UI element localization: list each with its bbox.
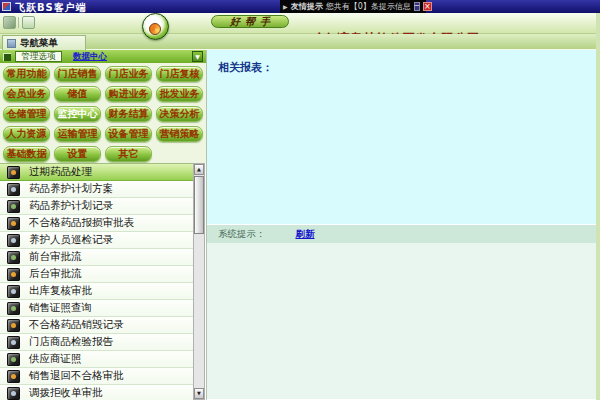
category-button-equipment[interactable]: 设备管理 xyxy=(105,126,152,142)
destruction-record-icon xyxy=(7,319,20,332)
content-panel: 相关报表： 系统提示： 刷新 xyxy=(206,50,596,400)
category-button-settings[interactable]: 设置 xyxy=(54,146,101,162)
band-dropdown-button[interactable]: ▼ xyxy=(192,51,203,62)
inspection-record-icon xyxy=(7,234,20,247)
expired-drug-icon xyxy=(7,166,20,179)
system-message-area xyxy=(207,243,596,399)
menu-item-label: 门店商品检验报告 xyxy=(29,335,113,349)
category-button-warehouse[interactable]: 仓储管理 xyxy=(3,106,50,122)
minimize-button[interactable]: ─ xyxy=(414,2,420,11)
data-center-link[interactable]: 数据中心 xyxy=(73,51,107,63)
menu-item-label: 调拨拒收单审批 xyxy=(29,386,103,400)
loss-report-icon xyxy=(7,217,20,230)
category-button-store-review[interactable]: 门店复核 xyxy=(156,66,203,82)
menu-item[interactable]: 不合格药品销毁记录 xyxy=(0,317,193,334)
refresh-link[interactable]: 刷新 xyxy=(296,228,315,241)
menu-item[interactable]: 供应商证照 xyxy=(0,351,193,368)
category-row: 人力资源 运输管理 设备管理 营销策略 xyxy=(0,123,206,143)
menu-item[interactable]: 过期药品处理 xyxy=(0,164,193,181)
user-tool-icon[interactable] xyxy=(3,16,16,29)
app-window: 飞跃BS客户端 ▶ 友情提示 您共有【0】条提示信息 ─ × olive-sof… xyxy=(0,0,600,400)
scrollbar-thumb[interactable] xyxy=(194,176,204,234)
category-button-marketing[interactable]: 营销策略 xyxy=(156,126,203,142)
manage-options-button[interactable]: 管理选项 xyxy=(15,51,62,62)
tab-navigation-menu[interactable]: 导航菜单 xyxy=(2,35,86,50)
supplier-license-icon xyxy=(7,353,20,366)
inspection-report-icon xyxy=(7,336,20,349)
tips-label[interactable]: 友情提示 xyxy=(291,1,323,12)
notification-area: ▶ 友情提示 您共有【0】条提示信息 ─ × xyxy=(280,0,426,13)
nav-tab-label: 导航菜单 xyxy=(20,37,58,50)
outbound-review-icon xyxy=(7,285,20,298)
category-button-decision[interactable]: 决策分析 xyxy=(156,106,203,122)
category-button-purchase[interactable]: 购进业务 xyxy=(105,86,152,102)
toolbar-divider xyxy=(18,17,19,28)
related-reports-label: 相关报表： xyxy=(218,61,273,74)
tips-message: 您共有【0】条提示信息 xyxy=(326,1,411,12)
title-bar: 飞跃BS客户端 ▶ 友情提示 您共有【0】条提示信息 ─ × xyxy=(0,0,600,13)
category-button-monitoring[interactable]: 监控中心 xyxy=(54,106,101,122)
menu-scrollbar[interactable]: ▲ ▼ xyxy=(193,163,205,400)
category-row: 基础数据 设置 其它 xyxy=(0,143,206,163)
menu-item[interactable]: 前台审批流 xyxy=(0,249,193,266)
category-row: 常用功能 门店销售 门店业务 门店复核 xyxy=(0,63,206,83)
category-grid: 常用功能 门店销售 门店业务 门店复核 会员业务 储值 购进业务 批发业务 仓储… xyxy=(0,63,206,163)
category-button-finance[interactable]: 财务结算 xyxy=(105,106,152,122)
menu-item-label: 不合格药品销毁记录 xyxy=(29,318,124,332)
maintenance-plan-icon xyxy=(7,183,20,196)
maintenance-record-icon xyxy=(7,200,20,213)
brand-logo-icon xyxy=(142,13,169,40)
brand-name-badge: 好帮手 xyxy=(211,15,289,28)
menu-item[interactable]: 后台审批流 xyxy=(0,266,193,283)
category-row: 会员业务 储值 购进业务 批发业务 xyxy=(0,83,206,103)
nav-tab-icon xyxy=(7,39,16,48)
options-band: 管理选项 数据中心 ▼ xyxy=(0,50,206,63)
category-button-hr[interactable]: 人力资源 xyxy=(3,126,50,142)
back-approval-icon xyxy=(7,268,20,281)
menu-item[interactable]: 药品养护计划方案 xyxy=(0,181,193,198)
header-bar: olive-software.com 哈尔滨奥林软件开发有限公司 xyxy=(0,13,600,34)
close-button[interactable]: × xyxy=(423,2,432,11)
menu-item-label: 养护人员巡检记录 xyxy=(29,233,113,247)
category-button-member[interactable]: 会员业务 xyxy=(3,86,50,102)
menu-item[interactable]: 销售退回不合格审批 xyxy=(0,368,193,385)
menu-item[interactable]: 出库复核审批 xyxy=(0,283,193,300)
category-button-stored-value[interactable]: 储值 xyxy=(54,86,101,102)
category-button-store-sales[interactable]: 门店销售 xyxy=(54,66,101,82)
window-tool-icon[interactable] xyxy=(22,16,35,29)
menu-item-label: 供应商证照 xyxy=(29,352,82,366)
menu-item-label: 销售退回不合格审批 xyxy=(29,369,124,383)
license-query-icon xyxy=(7,302,20,315)
menu-item[interactable]: 养护人员巡检记录 xyxy=(0,232,193,249)
menu-item[interactable]: 药品养护计划记录 xyxy=(0,198,193,215)
scroll-down-icon[interactable]: ▼ xyxy=(194,388,204,399)
window-right-border xyxy=(596,13,600,400)
sales-return-icon xyxy=(7,370,20,383)
front-approval-icon xyxy=(7,251,20,264)
category-button-common[interactable]: 常用功能 xyxy=(3,66,50,82)
menu-item-label: 后台审批流 xyxy=(29,267,82,281)
function-menu-list: 过期药品处理 药品养护计划方案 药品养护计划记录 不合格药品报损审批表 养护人员… xyxy=(0,163,193,400)
category-row: 仓储管理 监控中心 财务结算 决策分析 xyxy=(0,103,206,123)
app-icon xyxy=(2,2,11,11)
category-button-other[interactable]: 其它 xyxy=(105,146,152,162)
menu-item-label: 前台审批流 xyxy=(29,250,82,264)
menu-item[interactable]: 门店商品检验报告 xyxy=(0,334,193,351)
tab-strip: 导航菜单 xyxy=(0,34,600,50)
menu-item-label: 药品养护计划记录 xyxy=(29,199,113,213)
menu-item-label: 出库复核审批 xyxy=(29,284,92,298)
play-icon[interactable]: ▶ xyxy=(283,3,288,10)
category-button-transport[interactable]: 运输管理 xyxy=(54,126,101,142)
category-button-base-data[interactable]: 基础数据 xyxy=(3,146,50,162)
category-button-wholesale[interactable]: 批发业务 xyxy=(156,86,203,102)
system-tip-bar: 系统提示： 刷新 xyxy=(207,224,596,243)
menu-item-label: 过期药品处理 xyxy=(29,165,92,179)
menu-item[interactable]: 不合格药品报损审批表 xyxy=(0,215,193,232)
category-button-store-business[interactable]: 门店业务 xyxy=(105,66,152,82)
scroll-up-icon[interactable]: ▲ xyxy=(194,164,204,175)
menu-item[interactable]: 调拨拒收单审批 xyxy=(0,385,193,400)
menu-item-label: 销售证照查询 xyxy=(29,301,92,315)
transfer-reject-icon xyxy=(7,387,20,400)
menu-item[interactable]: 销售证照查询 xyxy=(0,300,193,317)
system-tip-label: 系统提示： xyxy=(218,228,266,241)
